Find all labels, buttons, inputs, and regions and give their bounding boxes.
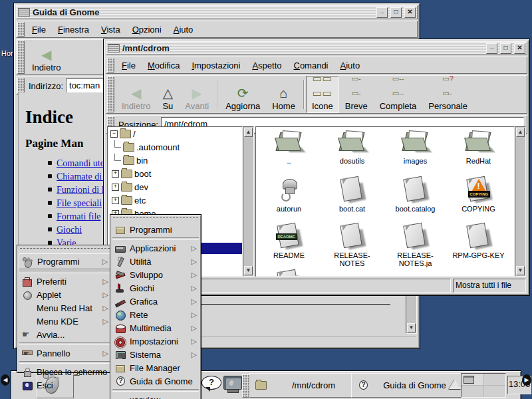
menu-aiuto[interactable]: Aiuto <box>334 59 366 72</box>
submenu-item-impostazioni[interactable]: Impostazioni ▷ <box>112 334 200 348</box>
tasklist-expand-arrow-icon[interactable] <box>449 379 461 389</box>
minimize-button[interactable] <box>486 43 497 54</box>
expand-icon[interactable]: + <box>112 197 119 204</box>
submenu-item-file-manager[interactable]: File Manager <box>112 361 200 374</box>
maximize-button[interactable] <box>390 7 402 18</box>
expand-icon[interactable]: + <box>112 170 119 178</box>
help-link[interactable]: Chiamate di si <box>57 172 110 182</box>
address-drag-handle[interactable] <box>17 78 25 94</box>
help-link[interactable]: File speciali <box>57 198 102 209</box>
expand-icon[interactable]: + <box>112 184 119 191</box>
submenu-item-guida-di-gnome[interactable]: Guida di Gnome <box>112 374 200 388</box>
panel-hide-right-button[interactable]: ▶ <box>522 374 531 386</box>
menu-item-applet[interactable]: Applet ▷ <box>19 288 111 301</box>
submenu-item-giochi[interactable]: Giochi ▷ <box>112 281 200 295</box>
submenu-item-applicazioni[interactable]: Applicazioni ▷ <box>112 241 200 255</box>
refresh-button[interactable]: ⟳ Aggiorna <box>219 76 266 113</box>
view-detailed-button[interactable]: ▭--▭-- Completa <box>374 76 423 113</box>
tree-row[interactable]: + etc <box>108 194 242 207</box>
close-button[interactable] <box>404 7 416 18</box>
submenu-item-xosview[interactable]: xosview <box>112 393 200 399</box>
submenu-item-multimedia[interactable]: Multimedia ▷ <box>112 321 200 334</box>
menu-aiuto[interactable]: Aiuto <box>168 23 200 37</box>
tree-row[interactable]: bin <box>108 154 242 167</box>
up-button[interactable]: △ Su <box>156 76 179 113</box>
submenu-item-sviluppo[interactable]: Sviluppo ▷ <box>112 268 200 281</box>
tree-row-root[interactable]: − / <box>108 127 242 140</box>
view-brief-button[interactable]: ▭-▭- Breve <box>339 76 374 113</box>
menu-item-esci[interactable]: Esci <box>19 378 111 392</box>
file-item[interactable]: RELEASE-NOTES <box>321 221 384 268</box>
help-link[interactable]: Giochi <box>57 225 82 235</box>
window-menu-icon[interactable] <box>18 8 30 17</box>
file-item[interactable]: .. <box>257 128 321 175</box>
menu-opzioni[interactable]: Opzioni <box>126 23 168 37</box>
home-button[interactable]: ⌂ Home <box>266 76 301 113</box>
scroll-up-arrow[interactable]: ▲ <box>516 128 525 137</box>
file-item[interactable]: dosutils <box>321 128 384 175</box>
scroll-down-arrow[interactable]: ▼ <box>407 323 416 332</box>
tree-row[interactable]: .automount <box>108 140 242 154</box>
menu-finestra[interactable]: Finestra <box>52 23 95 37</box>
pager-desk-2[interactable] <box>484 374 506 385</box>
file-item[interactable]: RedHat <box>447 128 510 175</box>
maximize-button[interactable] <box>500 43 511 54</box>
scroll-down-arrow[interactable]: ▼ <box>244 266 253 275</box>
tearoff-handle[interactable] <box>113 217 198 222</box>
file-item[interactable]: RPM-GPG-KEY <box>447 221 510 268</box>
submenu-item-rete[interactable]: Rete ▷ <box>112 308 200 321</box>
file-item[interactable]: README README <box>257 221 321 268</box>
window-menu-icon[interactable] <box>108 44 120 53</box>
scroll-down-arrow[interactable]: ▼ <box>516 266 525 275</box>
task-button-help[interactable]: Guida di Gnome <box>351 373 462 398</box>
menubar-drag-handle[interactable] <box>107 58 114 72</box>
submenu-item-sistema[interactable]: Sistema ▷ <box>112 348 200 361</box>
forward-button[interactable]: ▶ Avanti <box>179 76 215 113</box>
pager-desk-4[interactable] <box>484 386 506 397</box>
pager-desk-1[interactable] <box>462 374 483 385</box>
file-item[interactable]: boot.catalog <box>384 175 447 221</box>
menu-item-menu-red-hat[interactable]: Menu Red Hat ▷ <box>19 301 111 315</box>
menu-file[interactable]: File <box>116 59 142 72</box>
view-icons-button[interactable]: ▭▭▭▭ Icone <box>306 76 339 113</box>
help-link[interactable]: Comandi uten <box>57 158 109 169</box>
submenu-item-utilita[interactable]: Utilità ▷ <box>112 255 200 268</box>
panel-hide-left-button[interactable]: ◀ <box>1 374 10 386</box>
menu-vista[interactable]: Vista <box>95 23 126 37</box>
file-item[interactable]: autorun <box>257 175 321 221</box>
pager-desk-3[interactable] <box>462 386 483 397</box>
menu-item-avvia[interactable]: Avvia... <box>19 328 111 341</box>
menu-item-preferiti[interactable]: Preferiti ▷ <box>19 275 111 288</box>
task-button-fm[interactable]: /mnt/cdrom <box>249 373 361 398</box>
menu-impostazioni[interactable]: Impostazioni <box>186 59 246 72</box>
view-custom-button[interactable]: ▭?▭- Personale <box>422 76 473 113</box>
menu-modifica[interactable]: Modifica <box>142 59 186 72</box>
menu-comandi[interactable]: Comandi <box>287 59 334 72</box>
scroll-up-arrow[interactable]: ▲ <box>244 128 253 137</box>
tree-row[interactable]: + dev <box>108 180 242 194</box>
file-item[interactable]: images <box>384 128 447 175</box>
menu-item-menu-kde[interactable]: Menu KDE ▷ <box>19 315 111 328</box>
collapse-icon[interactable]: − <box>110 130 118 138</box>
menu-item-blocca-lo-schermo[interactable]: Blocca lo schermo <box>19 365 111 378</box>
help-link[interactable]: Formati file <box>57 211 101 222</box>
file-item[interactable]: boot.cat <box>321 175 384 221</box>
file-item[interactable]: RELEASE-NOTES.ja <box>384 221 447 268</box>
toolbar-drag-handle[interactable] <box>107 76 114 112</box>
submenu-item-programmi[interactable]: Programmi <box>112 223 200 236</box>
back-button[interactable]: ◀ Indietro <box>26 40 66 74</box>
menubar-drag-handle[interactable] <box>17 22 25 37</box>
tearoff-handle[interactable] <box>20 248 110 253</box>
iconview-vertical-scrollbar[interactable]: ▲ ▼ <box>515 126 526 277</box>
help-window-titlebar[interactable]: Guida di Gnome <box>16 5 418 19</box>
close-button[interactable] <box>514 43 525 54</box>
menu-item-programmi[interactable]: Programmi ▷ <box>19 253 111 269</box>
menu-aspetto[interactable]: Aspetto <box>246 59 287 72</box>
menu-file[interactable]: File <box>26 23 52 37</box>
menu-item-pannello[interactable]: Pannello ▷ <box>19 346 111 360</box>
submenu-item-grafica[interactable]: Grafica ▷ <box>112 295 200 308</box>
tree-row[interactable]: + boot <box>108 167 242 180</box>
minimize-button[interactable] <box>376 7 388 18</box>
file-item-clipped[interactable] <box>257 268 321 277</box>
back-button[interactable]: ◀ Indietro <box>116 76 156 113</box>
